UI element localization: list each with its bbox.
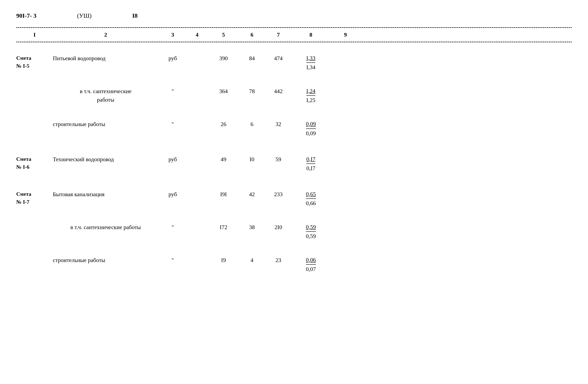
cell-col7-3: 32 [264, 120, 293, 129]
column-headers: I 2 3 4 5 6 7 8 9 [16, 28, 572, 42]
cell-col6-2: 78 [240, 87, 264, 95]
cell-col6-3: 6 [240, 120, 264, 129]
cell-col6-1: 84 [240, 54, 264, 63]
table-row: Смета № I-7 Бытовая канализация руб I9I … [16, 186, 572, 211]
col-header-5: 5 [207, 31, 240, 38]
table-row: в т.ч. сантехнические работы " 364 78 44… [16, 83, 572, 108]
cell-desc-1: Питьевой водопровод [53, 54, 158, 63]
cell-desc-2: в т.ч. сантехнические работы [53, 87, 158, 104]
cell-col5-2: 364 [207, 87, 240, 95]
cell-col7-7: 23 [264, 256, 293, 265]
cell-unit-1: руб [158, 54, 187, 63]
cell-col8-3: 0,09 0,09 [293, 120, 329, 137]
header-code: 90I-7- 3 [16, 12, 36, 19]
col-header-7: 7 [264, 31, 293, 38]
bottom-header-dashed-line [16, 42, 572, 42]
col-header-8: 8 [293, 31, 329, 38]
cell-col6-5: 42 [240, 190, 264, 199]
cell-col7-1: 474 [264, 54, 293, 63]
cell-col8-2: I,24 I,25 [293, 87, 329, 105]
col-header-9: 9 [329, 31, 362, 38]
table-body: Смета № I-5 Питьевой водопровод руб 390 … [16, 50, 572, 277]
col-header-2: 2 [53, 31, 158, 38]
table-row: в т.ч. сантехнические работы " I72 38 2I… [16, 219, 572, 244]
col-header-3: 3 [158, 31, 187, 38]
cell-col7-4: 59 [264, 155, 293, 164]
cell-col5-3: 26 [207, 120, 240, 129]
cell-col8-4: 0,I7 0,I7 [293, 155, 329, 173]
cell-col8-7: 0,06 0,07 [293, 256, 329, 273]
cell-unit-7: " [158, 256, 187, 265]
table-row: строительные работы " 26 6 32 0,09 0,09 [16, 116, 572, 141]
cell-smeta-5: Смета № I-7 [16, 190, 53, 206]
cell-col5-4: 49 [207, 155, 240, 164]
cell-desc-6: в т.ч. сантехнические работы [53, 223, 158, 231]
cell-col5-7: I9 [207, 256, 240, 265]
cell-smeta-4: Смета № I-6 [16, 155, 53, 171]
cell-desc-4: Технический водопровод [53, 155, 158, 164]
cell-col6-6: 38 [240, 223, 264, 231]
cell-col8-5: 0,65 0,66 [293, 190, 329, 207]
cell-col5-1: 390 [207, 54, 240, 63]
col-header-1: I [16, 31, 53, 38]
cell-col7-2: 442 [264, 87, 293, 95]
cell-col8-1: I,33 I,34 [293, 54, 329, 71]
cell-smeta-1: Смета № I-5 [16, 54, 53, 70]
cell-col7-5: 233 [264, 190, 293, 199]
cell-col7-6: 2I0 [264, 223, 293, 231]
col-header-6: 6 [240, 31, 264, 38]
cell-col5-5: I9I [207, 190, 240, 199]
cell-col8-6: 0,59 0,59 [293, 223, 329, 241]
col-header-4: 4 [187, 31, 207, 38]
cell-unit-4: руб [158, 155, 187, 164]
cell-unit-3: " [158, 120, 187, 129]
table-row: Смета № I-6 Технический водопровод руб 4… [16, 151, 572, 176]
cell-desc-7: строительные работы [53, 256, 158, 265]
table-row: строительные работы " I9 4 23 0,06 0,07 [16, 252, 572, 277]
header-subtitle: (УШ) [77, 12, 91, 19]
cell-unit-5: руб [158, 190, 187, 199]
cell-col5-6: I72 [207, 223, 240, 231]
cell-col6-4: I0 [240, 155, 264, 164]
cell-desc-5: Бытовая канализация [53, 190, 158, 199]
page-header: 90I-7- 3 (УШ) I8 [16, 12, 572, 19]
cell-unit-2: " [158, 87, 187, 95]
table-row: Смета № I-5 Питьевой водопровод руб 390 … [16, 50, 572, 75]
cell-unit-6: " [158, 223, 187, 231]
header-number: I8 [132, 12, 138, 19]
cell-col6-7: 4 [240, 256, 264, 265]
cell-desc-3: строительные работы [53, 120, 158, 129]
